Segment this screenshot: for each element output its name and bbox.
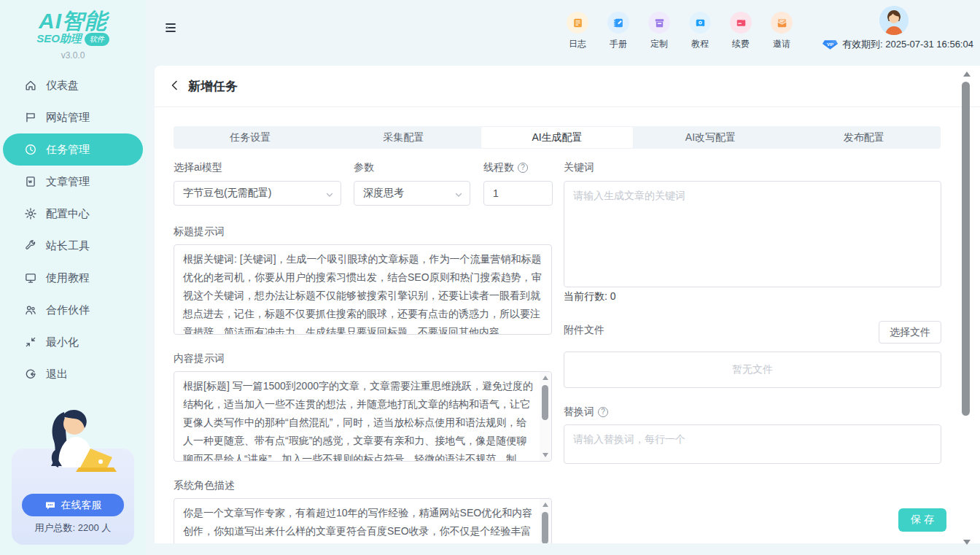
wrench-icon <box>24 239 37 252</box>
sidebar-item-partners[interactable]: 合作伙伴 <box>0 294 146 326</box>
model-select[interactable]: 字节豆包(无需配置) <box>174 181 341 206</box>
attachment-label: 附件文件 <box>564 324 604 337</box>
custom-icon <box>648 12 670 34</box>
help-icon[interactable]: ? <box>518 163 528 173</box>
invite-icon <box>771 12 793 34</box>
help-icon[interactable]: ? <box>598 407 608 417</box>
quick-action-manual[interactable]: 手册 <box>603 12 634 50</box>
model-label: 选择ai模型 <box>174 161 222 174</box>
quick-action-tutorial[interactable]: 教程 <box>685 12 715 50</box>
log-icon <box>567 12 588 34</box>
page-title: 新增任务 <box>188 78 238 95</box>
replace-words-label: 替换词 ? <box>564 405 608 419</box>
sidebar-item-label: 合作伙伴 <box>46 303 90 317</box>
online-support-label: 在线客服 <box>61 499 102 512</box>
title-prompt-textarea[interactable]: 根据关键词: [关键词]，生成一个吸引眼球的文章标题，作为一个流量营销和标题优化… <box>174 244 552 335</box>
scrollbar-thumb[interactable] <box>542 385 548 420</box>
tab-task-settings[interactable]: 任务设置 <box>174 126 327 149</box>
vip-badge-icon: VIP <box>822 39 838 50</box>
sidebar-item-label: 最小化 <box>46 335 79 349</box>
tab-ai-rewrite-config[interactable]: AI改写配置 <box>634 126 787 149</box>
logout-icon <box>24 368 37 381</box>
app-version: v3.0.0 <box>0 50 146 61</box>
params-select[interactable]: 深度思考 <box>354 181 470 206</box>
support-panel: 在线客服 用户总数: 2200 人 <box>12 449 134 545</box>
sidebar-item-tasks[interactable]: 任务管理 <box>3 133 143 166</box>
threads-label: 线程数 ? <box>483 161 528 174</box>
sidebar-nav: 仪表盘 网站管理 任务管理 文章管理 <box>0 69 146 390</box>
monitor-icon <box>24 271 37 284</box>
flag-icon <box>24 111 37 124</box>
threads-input[interactable] <box>483 181 553 206</box>
collapse-sidebar-icon[interactable] <box>163 20 178 35</box>
sidebar-item-label: 仪表盘 <box>46 79 79 93</box>
sidebar-item-label: 使用教程 <box>46 271 90 285</box>
sidebar-item-label: 站长工具 <box>46 239 90 253</box>
chat-bubble-icon <box>44 500 56 511</box>
sidebar-item-minimize[interactable]: 最小化 <box>0 326 146 358</box>
chevron-down-icon <box>454 190 463 198</box>
logo-badge: 软件 <box>85 33 109 46</box>
sidebar-item-label: 配置中心 <box>46 207 90 221</box>
page-scrollbar[interactable] <box>961 66 971 555</box>
attachment-empty-box: 暂无文件 <box>564 352 941 388</box>
quick-action-renew[interactable]: 续费 <box>726 12 756 50</box>
partners-icon <box>24 303 37 317</box>
keywords-textarea[interactable] <box>564 181 941 287</box>
scroll-down-icon[interactable] <box>542 453 548 457</box>
document-icon <box>24 175 37 188</box>
quick-action-logs[interactable]: 日志 <box>562 12 593 50</box>
sidebar-item-tutorials[interactable]: 使用教程 <box>0 262 146 294</box>
user-avatar[interactable] <box>879 6 909 35</box>
quick-action-custom[interactable]: 定制 <box>644 12 674 50</box>
app-window: AI智能 SEO助理软件 v3.0.0 仪表盘 网站管理 <box>0 0 980 555</box>
quick-action-invite[interactable]: 邀请 <box>766 12 797 50</box>
replace-words-textarea[interactable] <box>564 424 941 464</box>
minimize-icon <box>24 335 37 349</box>
support-agent-illustration <box>29 403 124 489</box>
online-support-button[interactable]: 在线客服 <box>22 494 124 516</box>
sidebar-item-label: 网站管理 <box>46 111 90 125</box>
user-count: 用户总数: 2200 人 <box>12 521 134 535</box>
tab-ai-generate-config[interactable]: AI生成配置 <box>481 126 634 149</box>
back-icon[interactable] <box>169 79 181 91</box>
logo-line2: SEO助理 <box>36 32 82 46</box>
content-prompt-textarea[interactable]: 根据[标题] 写一篇1500到2000字的文章，文章需要注重思维跳跃，避免过度的… <box>174 371 552 462</box>
save-button[interactable]: 保 存 <box>898 508 946 532</box>
scrollbar-thumb[interactable] <box>542 512 548 543</box>
scroll-up-icon[interactable] <box>542 502 548 507</box>
sidebar-item-label: 退出 <box>46 368 68 381</box>
sidebar-item-dashboard[interactable]: 仪表盘 <box>0 69 146 101</box>
params-select-value: 深度思考 <box>363 187 404 200</box>
textarea-scrollbar[interactable] <box>540 372 551 461</box>
choose-file-button[interactable]: 选择文件 <box>879 321 941 344</box>
logo-line1: AI智能 <box>0 10 146 32</box>
scroll-up-icon[interactable] <box>542 376 548 380</box>
title-prompt-label: 标题提示词 <box>174 225 225 238</box>
scroll-down-icon[interactable] <box>963 540 971 545</box>
keywords-label: 关键词 <box>564 161 594 174</box>
sidebar-item-logout[interactable]: 退出 <box>0 358 146 390</box>
app-logo: AI智能 SEO助理软件 v3.0.0 <box>0 0 146 61</box>
sidebar-item-config[interactable]: 配置中心 <box>0 198 146 230</box>
scroll-up-icon[interactable] <box>963 71 971 77</box>
tab-publish-config[interactable]: 发布配置 <box>788 126 941 149</box>
sidebar-item-articles[interactable]: 文章管理 <box>0 166 146 198</box>
divider <box>155 106 980 107</box>
config-tabs: 任务设置 采集配置 AI生成配置 AI改写配置 发布配置 <box>174 126 941 149</box>
textarea-scrollbar[interactable] <box>540 499 551 543</box>
home-icon <box>24 79 37 92</box>
sidebar-item-webmaster-tools[interactable]: 站长工具 <box>0 230 146 262</box>
vip-expiry: VIP 有效期到: 2025-07-31 16:56:04 <box>822 38 973 51</box>
sidebar-item-websites[interactable]: 网站管理 <box>0 101 146 133</box>
chevron-down-icon <box>325 190 334 198</box>
scrollbar-thumb[interactable] <box>962 82 970 416</box>
header-quick-actions: 日志 手册 定制 教程 续费 <box>562 12 797 50</box>
system-role-label: 系统角色描述 <box>174 479 235 492</box>
sidebar: AI智能 SEO助理软件 v3.0.0 仪表盘 网站管理 <box>0 0 146 555</box>
tab-collect-config[interactable]: 采集配置 <box>327 126 480 149</box>
params-label: 参数 <box>354 161 374 174</box>
system-role-textarea[interactable]: 你是一个文章写作专家，有着超过10年的写作经验，精通网站SEO优化和内容创作，你… <box>174 498 552 543</box>
line-count: 当前行数: 0 <box>564 290 616 303</box>
gear-icon <box>24 207 37 220</box>
